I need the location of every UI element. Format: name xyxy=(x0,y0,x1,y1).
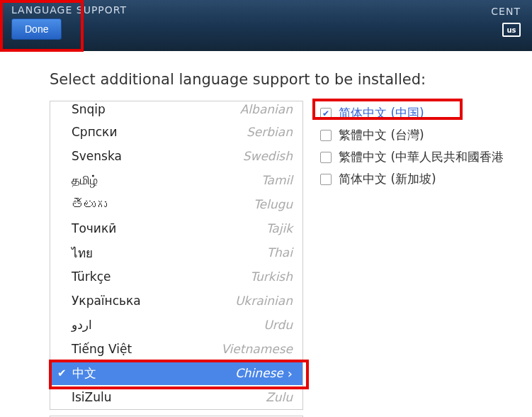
language-native: ไทย xyxy=(72,243,93,262)
language-english: Vietnamese xyxy=(221,342,293,356)
language-english: Albanian xyxy=(240,102,293,116)
check-icon: ✔ xyxy=(57,367,67,379)
variant-label: 简体中文 (中国) xyxy=(339,105,424,121)
language-native: Српски xyxy=(72,125,117,139)
language-english: Turkish xyxy=(250,269,293,284)
variant-row[interactable]: 简体中文 (新加坡) xyxy=(316,168,518,190)
checkbox[interactable] xyxy=(320,108,332,119)
variant-label: 简体中文 (新加坡) xyxy=(339,171,436,187)
language-row[interactable]: اردوUrdu xyxy=(50,313,302,337)
language-row[interactable]: УкраїнськаUkrainian xyxy=(50,289,302,313)
variant-label: 繁體中文 (中華人民共和國香港 xyxy=(339,149,504,165)
language-native: اردو xyxy=(72,318,92,332)
language-row[interactable]: ไทยThai xyxy=(50,240,302,265)
language-row[interactable]: ТочикӣTajik xyxy=(50,216,302,240)
language-native: తెలుగు xyxy=(72,197,107,211)
language-row-selected[interactable]: ✔中文Chinese› xyxy=(50,361,302,385)
language-native: Türkçe xyxy=(72,269,111,284)
variant-label: 繁體中文 (台灣) xyxy=(339,127,424,143)
checkbox[interactable] xyxy=(320,152,332,163)
language-native: 中文 xyxy=(72,365,96,382)
language-english: Serbian xyxy=(247,125,293,139)
language-native: Tiếng Việt xyxy=(72,342,132,356)
language-english: Thai xyxy=(267,245,293,260)
done-button[interactable]: Done xyxy=(11,18,62,40)
instruction-text: Select additional language support to be… xyxy=(50,71,518,88)
language-native: தமிழ் xyxy=(72,173,98,187)
language-english: Chinese xyxy=(235,366,283,380)
language-native: Українська xyxy=(72,294,141,308)
language-english: Swedish xyxy=(243,149,293,163)
page-title: LANGUAGE SUPPORT xyxy=(11,4,127,16)
checkbox[interactable] xyxy=(320,174,332,185)
keyboard-icon[interactable]: us xyxy=(502,23,521,37)
distro-label: CENT xyxy=(491,6,521,17)
language-native: Svenska xyxy=(72,149,122,163)
checkbox[interactable] xyxy=(320,130,332,141)
language-english: Tamil xyxy=(261,173,293,187)
language-row[interactable]: తెలుగుTelugu xyxy=(50,192,302,216)
language-row[interactable]: Tiếng ViệtVietnamese xyxy=(50,337,302,361)
language-native: IsiZulu xyxy=(72,390,112,404)
language-english: Tajik xyxy=(266,221,293,235)
language-list[interactable]: SnqipAlbanianСрпскиSerbianSvenskaSwedish… xyxy=(50,101,303,410)
language-english: Ukrainian xyxy=(235,294,293,308)
variant-list: 简体中文 (中国)繁體中文 (台灣)繁體中文 (中華人民共和國香港简体中文 (新… xyxy=(316,101,518,417)
language-row[interactable]: IsiZuluZulu xyxy=(50,385,302,409)
variant-row[interactable]: 简体中文 (中国) xyxy=(316,102,518,124)
language-row[interactable]: СрпскиSerbian xyxy=(50,120,302,144)
language-english: Telugu xyxy=(254,197,293,211)
language-english: Urdu xyxy=(264,318,293,332)
language-native: Snqip xyxy=(72,102,106,116)
language-row[interactable]: TürkçeTurkish xyxy=(50,265,302,289)
variant-row[interactable]: 繁體中文 (台灣) xyxy=(316,124,518,146)
language-row[interactable]: SvenskaSwedish xyxy=(50,144,302,168)
language-english: Zulu xyxy=(266,390,293,404)
language-row[interactable]: SnqipAlbanian xyxy=(50,101,302,120)
language-row[interactable]: தமிழ்Tamil xyxy=(50,168,302,192)
language-native: Точикӣ xyxy=(72,221,116,235)
variant-row[interactable]: 繁體中文 (中華人民共和國香港 xyxy=(316,146,518,168)
chevron-right-icon: › xyxy=(288,366,293,381)
header-bar: LANGUAGE SUPPORT Done CENT us xyxy=(0,0,532,51)
